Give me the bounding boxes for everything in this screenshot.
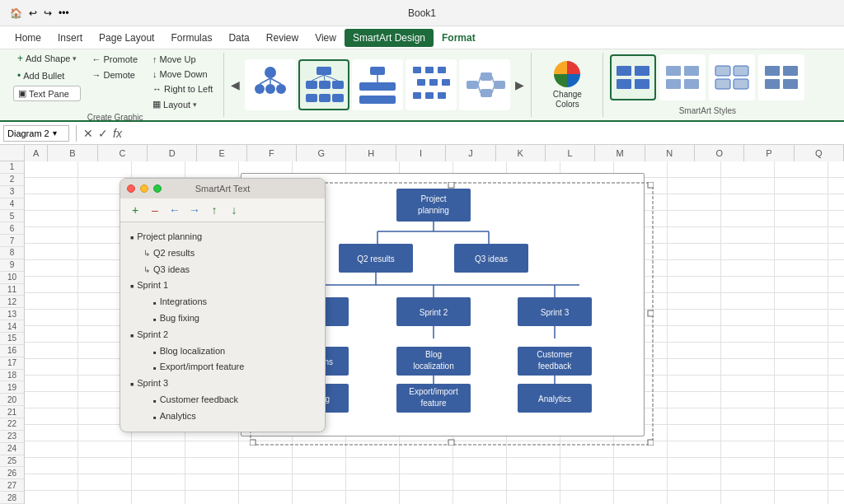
svg-line-36	[492, 77, 494, 82]
more-icon[interactable]: •••	[59, 7, 69, 19]
style-item-3[interactable]	[709, 54, 755, 100]
svg-text:Project: Project	[420, 194, 446, 203]
move-down-button[interactable]: ↓ Move Down	[148, 68, 217, 81]
undo-icon[interactable]: ↩	[29, 7, 37, 19]
right-to-left-button[interactable]: ↔ Right to Left	[148, 82, 217, 96]
svg-rect-19	[359, 96, 396, 104]
add-shape-button[interactable]: + Add Shape ▾	[13, 51, 81, 66]
svg-rect-52	[765, 79, 780, 89]
col-header-P[interactable]: P	[744, 145, 794, 161]
row-21: 21	[0, 406, 24, 418]
panel-right-button[interactable]: →	[186, 202, 203, 218]
formula-fx[interactable]: fx	[113, 127, 122, 140]
row-20: 20	[0, 394, 24, 406]
panel-up-button[interactable]: ↑	[206, 202, 223, 218]
menu-data[interactable]: Data	[220, 29, 257, 47]
col-header-K[interactable]: K	[496, 145, 546, 161]
col-header-O[interactable]: O	[695, 145, 744, 161]
svg-rect-30	[467, 81, 478, 89]
panel-close-button[interactable]	[127, 184, 135, 193]
formula-input[interactable]	[125, 128, 841, 139]
col-header-A[interactable]: A	[25, 145, 48, 161]
svg-rect-21	[413, 67, 421, 73]
row-26: 26	[0, 467, 24, 479]
menu-home[interactable]: Home	[7, 29, 49, 47]
row-16: 16	[0, 345, 24, 357]
panel-minimize-button[interactable]	[140, 184, 148, 193]
col-header-Q[interactable]: Q	[795, 145, 844, 161]
redo-icon[interactable]: ↪	[44, 7, 52, 19]
svg-text:localization: localization	[413, 362, 453, 371]
panel-remove-button[interactable]: –	[147, 202, 163, 218]
demote-button[interactable]: → Demote	[87, 68, 142, 82]
cells-area[interactable]: ▶ SmartArt Text + – ← → ↑ ↓	[25, 161, 844, 504]
formula-confirm[interactable]: ✓	[98, 127, 108, 140]
list-item: Integrations	[130, 294, 315, 310]
panel-add-button[interactable]: +	[127, 202, 143, 218]
style-item-4[interactable]	[758, 54, 804, 100]
col-header-G[interactable]: G	[297, 145, 346, 161]
row-23: 23	[0, 431, 24, 443]
col-header-E[interactable]: E	[197, 145, 246, 161]
menu-view[interactable]: View	[307, 29, 345, 47]
svg-text:planning: planning	[418, 206, 449, 215]
panel-down-button[interactable]: ↓	[226, 202, 242, 218]
create-graphic-group: + Add Shape ▾ • Add Bullet ▣ Text Pane ←…	[7, 53, 224, 117]
panel-maximize-button[interactable]	[153, 184, 162, 193]
style-item-2[interactable]	[659, 54, 706, 100]
col-header-N[interactable]: N	[645, 145, 695, 161]
menu-formulas[interactable]: Formulas	[162, 29, 220, 47]
menu-insert[interactable]: Insert	[49, 29, 91, 47]
color-circle-icon	[554, 61, 580, 87]
col-header-B[interactable]: B	[48, 145, 97, 161]
svg-text:Q2 results: Q2 results	[357, 254, 395, 264]
menu-review[interactable]: Review	[258, 29, 307, 47]
menu-smartart-design[interactable]: SmartArt Design	[345, 29, 434, 47]
layout-icon-1	[250, 64, 291, 105]
add-bullet-button[interactable]: • Add Bullet	[13, 68, 81, 83]
svg-rect-29	[438, 92, 446, 99]
svg-text:Analytics: Analytics	[538, 394, 571, 404]
svg-rect-7	[316, 67, 331, 75]
move-up-button[interactable]: ↑ Move Up	[148, 53, 217, 66]
svg-rect-44	[666, 79, 681, 89]
layout-item-2[interactable]	[298, 59, 349, 110]
text-pane-button[interactable]: ▣ Text Pane	[13, 86, 81, 101]
formula-cancel[interactable]: ✕	[83, 127, 93, 140]
svg-line-4	[260, 78, 270, 84]
panel-left-button[interactable]: ←	[166, 202, 183, 218]
layout-item-4[interactable]	[406, 59, 457, 110]
svg-rect-104	[250, 440, 256, 446]
row-25: 25	[0, 455, 24, 468]
style-item-1[interactable]	[610, 54, 656, 100]
layout-item-3[interactable]	[352, 59, 403, 110]
style-items	[610, 54, 804, 100]
list-item: Blog localization	[130, 343, 315, 360]
menu-format[interactable]: Format	[434, 29, 484, 47]
col-header-D[interactable]: D	[148, 145, 197, 161]
formula-divider	[76, 125, 77, 142]
svg-line-16	[324, 75, 338, 81]
menu-page-layout[interactable]: Page Layout	[91, 29, 162, 47]
col-header-I[interactable]: I	[396, 145, 446, 161]
layout-item-5[interactable]	[459, 59, 510, 110]
gallery-next[interactable]: ▶	[512, 77, 528, 93]
home-icon[interactable]: 🏠	[10, 7, 22, 19]
svg-rect-32	[481, 89, 492, 97]
col-header-H[interactable]: H	[346, 145, 396, 161]
name-box[interactable]: Diagram 2 ▾	[3, 125, 69, 142]
layout-button[interactable]: ▦ Layout ▾	[148, 97, 217, 111]
svg-text:feedback: feedback	[538, 362, 573, 371]
layout-item-1[interactable]	[245, 59, 296, 110]
row-numbers: 1 2 3 4 5 6 7 8 9 10 11 12 13 14 15 16 1…	[0, 161, 25, 504]
promote-button[interactable]: ← Promote	[87, 53, 142, 66]
svg-rect-101	[648, 182, 654, 188]
row-9: 9	[0, 259, 24, 272]
col-header-L[interactable]: L	[546, 145, 595, 161]
gallery-prev[interactable]: ◀	[227, 77, 243, 93]
col-header-C[interactable]: C	[98, 145, 148, 161]
change-colors-button[interactable]: ChangeColors	[538, 58, 596, 113]
col-header-F[interactable]: F	[247, 145, 297, 161]
col-header-J[interactable]: J	[446, 145, 495, 161]
col-header-M[interactable]: M	[595, 145, 645, 161]
